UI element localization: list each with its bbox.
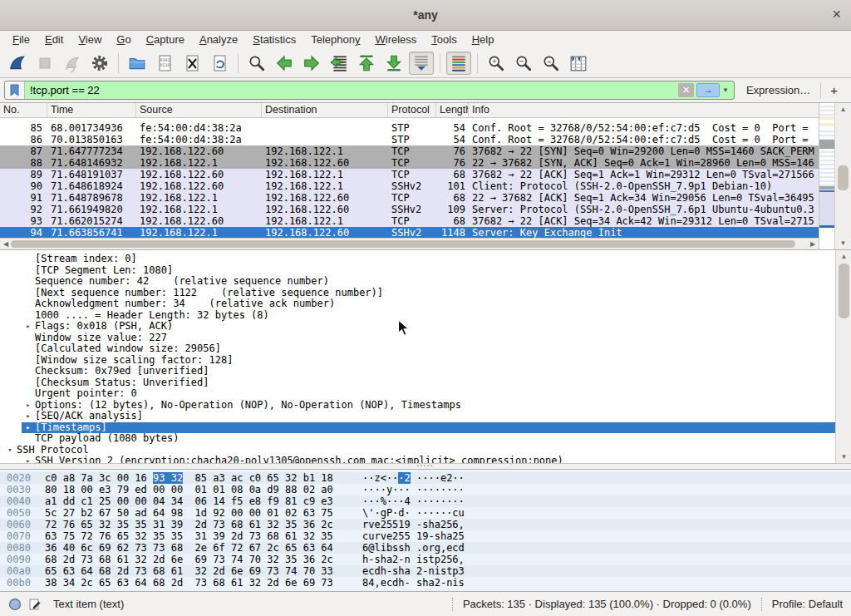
column-header-info[interactable]: Info <box>469 103 819 117</box>
column-header-source[interactable]: Source <box>136 103 262 117</box>
detail-line[interactable]: 1000 .... = Header Length: 32 bytes (8) <box>0 310 835 322</box>
status-profile[interactable]: Profile: Default <box>772 598 843 610</box>
packet-list-hscrollbar[interactable]: ◀ ▶ <box>0 238 819 249</box>
detail-line[interactable]: Window size value: 227 <box>0 333 835 344</box>
packet-row[interactable]: 8771.647777234192.168.122.60192.168.122.… <box>0 145 819 157</box>
stop-capture-button[interactable] <box>32 52 57 75</box>
menu-item[interactable]: Telephony <box>303 32 367 47</box>
packet-row[interactable]: 9271.661949820192.168.122.1192.168.122.6… <box>0 204 819 215</box>
hex-row[interactable]: 0080 36 40 6c 69 62 73 73 68 2e 6f 72 67… <box>0 542 851 554</box>
menu-item[interactable]: Edit <box>37 32 71 47</box>
detail-line[interactable]: ▸[Timestamps] <box>0 422 835 434</box>
filter-clear-button[interactable]: ✕ <box>678 83 694 97</box>
filter-bookmark-button[interactable] <box>5 81 25 99</box>
scroll-down-arrow[interactable]: ▼ <box>835 238 851 249</box>
filter-text[interactable]: !tcp.port == 22 <box>25 84 678 96</box>
packet-row[interactable]: 9471.663856741192.168.122.1192.168.122.6… <box>0 227 819 238</box>
hex-row[interactable]: 00a0 65 63 64 68 2d 73 68 61 32 2d 6e 69… <box>0 565 851 577</box>
scroll-right-arrow[interactable]: ▶ <box>808 239 818 249</box>
detail-line[interactable]: [Stream index: 0] <box>0 254 835 265</box>
packet-row[interactable]: 9171.648789678192.168.122.1192.168.122.6… <box>0 192 819 204</box>
open-file-button[interactable] <box>125 52 150 75</box>
hex-row[interactable]: 00b0 38 34 2c 65 63 64 68 2d 73 68 61 32… <box>0 577 851 589</box>
menu-item[interactable]: Analyze <box>192 32 245 47</box>
packet-row[interactable]: 9371.662015274192.168.122.60192.168.122.… <box>0 215 819 227</box>
start-capture-button[interactable] <box>5 52 30 75</box>
go-to-packet-button[interactable] <box>327 52 352 75</box>
zoom-normal-button[interactable]: = <box>539 52 563 75</box>
menu-item[interactable]: Tools <box>424 32 464 47</box>
detail-line[interactable]: Sequence number: 42 (relative sequence n… <box>0 276 835 288</box>
hex-row[interactable]: 0070 63 75 72 76 65 32 35 35 31 39 2d 73… <box>0 530 851 542</box>
detail-line[interactable]: ▾SSH Protocol <box>0 445 835 456</box>
packet-row[interactable]: 8971.648191037192.168.122.60192.168.122.… <box>0 169 819 180</box>
restart-capture-button[interactable] <box>60 52 85 75</box>
hex-row[interactable]: 0050 5c 27 b2 67 50 ad 64 98 1d 92 00 00… <box>0 507 851 519</box>
detail-line[interactable]: [TCP Segment Len: 1080] <box>0 265 835 277</box>
save-file-button[interactable]: 01010110 <box>152 52 177 75</box>
packet-list-minimap[interactable] <box>819 103 834 249</box>
packet-row[interactable]: 8871.648146932192.168.122.1192.168.122.6… <box>0 157 819 169</box>
detail-line[interactable]: Checksum: 0x79ed [unverified] <box>0 366 835 377</box>
pane-splitter[interactable]: ••••• <box>0 464 851 470</box>
close-window-button[interactable]: × <box>832 6 841 22</box>
hex-row[interactable]: 0030 80 18 00 e3 79 ed 00 00 01 01 08 0a… <box>0 484 851 495</box>
detail-line[interactable]: Urgent pointer: 0 <box>0 388 835 400</box>
detail-line[interactable]: Acknowledgment number: 34 (relative ack … <box>0 298 835 310</box>
close-file-button[interactable] <box>180 52 204 75</box>
zoom-in-button[interactable]: + <box>484 52 509 75</box>
capture-options-button[interactable] <box>87 52 112 75</box>
expression-button[interactable]: Expression… <box>735 84 820 96</box>
capture-comment-button[interactable] <box>28 598 42 611</box>
expert-info-button[interactable] <box>8 598 22 611</box>
column-header-destination[interactable]: Destination <box>262 103 388 117</box>
reload-file-button[interactable] <box>207 52 232 75</box>
hex-row[interactable]: 0020 c0 a8 7a 3c 00 16 93 32 85 a3 ac c0… <box>0 472 851 484</box>
auto-scroll-button[interactable] <box>409 52 434 75</box>
packet-row[interactable]: 8670.013850163fe:54:00:d4:38:2aSTP54Conf… <box>0 134 819 145</box>
detail-line[interactable]: ▸[SEQ/ACK analysis] <box>0 411 835 422</box>
detail-line[interactable]: TCP payload (1080 bytes) <box>0 433 835 445</box>
packet-row[interactable]: 8568.001734936fe:54:00:d4:38:2aSTP54Conf… <box>0 122 819 134</box>
hex-row[interactable]: 0060 72 76 65 32 35 35 31 39 2d 73 68 61… <box>0 519 851 530</box>
column-header-protocol[interactable]: Protocol <box>388 103 436 117</box>
hex-row[interactable]: 0040 a1 dd c1 25 00 00 04 34 06 14 f5 e8… <box>0 495 851 507</box>
display-filter-input[interactable]: !tcp.port == 22 ✕ → ▼ <box>4 81 735 100</box>
details-vscrollbar[interactable]: ▲ ▼ <box>835 250 851 463</box>
menu-item[interactable]: View <box>71 32 109 47</box>
detail-line[interactable]: ▸Flags: 0x018 (PSH, ACK) <box>0 321 835 333</box>
detail-line[interactable]: [Calculated window size: 29056] <box>0 343 835 355</box>
menu-item[interactable]: File <box>5 32 37 47</box>
zoom-out-button[interactable]: − <box>511 52 536 75</box>
go-back-button[interactable] <box>272 52 297 75</box>
resize-columns-button[interactable] <box>566 52 591 75</box>
filter-dropdown-caret[interactable]: ▼ <box>722 86 729 94</box>
titlebar[interactable]: *any × <box>0 0 851 31</box>
column-header-length[interactable]: Length <box>436 103 469 117</box>
filter-apply-button[interactable]: → <box>696 83 720 97</box>
packet-list-vscrollbar[interactable]: ▲ ▼ <box>834 103 851 249</box>
menu-item[interactable]: Wireless <box>368 32 425 47</box>
hscroll-thumb[interactable] <box>11 240 795 248</box>
details-scroll-thumb[interactable] <box>839 264 849 318</box>
go-to-last-packet-button[interactable] <box>381 52 406 75</box>
detail-line[interactable]: [Window size scaling factor: 128] <box>0 355 835 367</box>
go-forward-button[interactable] <box>299 52 324 75</box>
go-to-first-packet-button[interactable] <box>354 52 379 75</box>
menu-item[interactable]: Go <box>109 32 138 47</box>
scroll-up-arrow[interactable]: ▲ <box>835 104 851 115</box>
detail-line[interactable]: ▸Options: (12 bytes), No-Operation (NOP)… <box>0 400 835 411</box>
add-filter-button[interactable]: + <box>821 83 847 97</box>
find-packet-button[interactable] <box>244 52 269 75</box>
detail-line[interactable]: [Checksum Status: Unverified] <box>0 377 835 389</box>
column-header-time[interactable]: Time <box>47 103 136 117</box>
scroll-left-arrow[interactable]: ◀ <box>1 239 11 249</box>
vscroll-thumb[interactable] <box>838 165 849 190</box>
packet-row[interactable]: 9071.648618924192.168.122.60192.168.122.… <box>0 180 819 192</box>
detail-line[interactable]: [Next sequence number: 1122 (relative se… <box>0 288 835 299</box>
hex-row[interactable]: 0090 68 2d 73 68 61 32 2d 6e 69 73 74 70… <box>0 554 851 565</box>
scroll-down-arrow[interactable]: ▼ <box>836 451 851 462</box>
scroll-up-arrow[interactable]: ▲ <box>836 251 851 262</box>
colorize-button[interactable] <box>446 52 471 75</box>
detail-line[interactable]: ▸SSH Version 2 (encryption:chacha20-poly… <box>0 456 835 463</box>
